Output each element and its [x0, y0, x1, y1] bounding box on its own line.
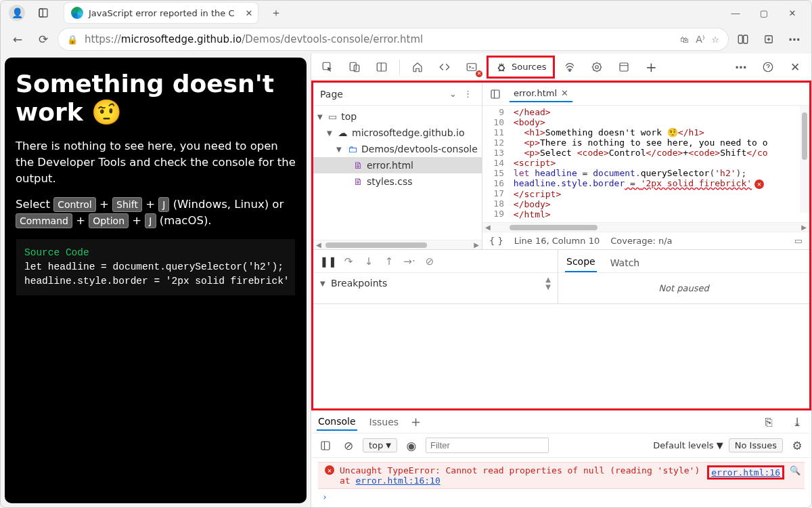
- console-filter-input[interactable]: [426, 438, 549, 453]
- code-content[interactable]: </head> <body> <h1>Something doesn't wor…: [508, 106, 809, 222]
- search-error-icon[interactable]: 🔍: [790, 465, 800, 475]
- favorite-icon[interactable]: ☆: [711, 35, 719, 45]
- editor-file-tab[interactable]: error.html✕: [510, 85, 572, 102]
- svg-rect-0: [39, 9, 47, 17]
- live-expression-icon[interactable]: ◉: [403, 436, 420, 456]
- stack-link[interactable]: error.html:16:10: [355, 475, 440, 486]
- address-bar[interactable]: 🔒 https://microsoftedge.github.io/Demos/…: [58, 28, 729, 51]
- expand-drawer-icon[interactable]: ⤓: [788, 412, 806, 432]
- sources-panel: Page ⌄ ⋮ ▼▭top ▼☁microsoftedge.github.io…: [311, 81, 811, 410]
- device-emulation-icon[interactable]: [342, 57, 367, 77]
- edge-logo-icon: [71, 7, 83, 19]
- tab-title: JavaScript error reported in the C: [89, 8, 235, 18]
- performance-tool-icon[interactable]: [585, 57, 609, 77]
- editor-nav-icon[interactable]: [487, 84, 504, 104]
- welcome-tool-icon[interactable]: [405, 57, 430, 77]
- application-tool-icon[interactable]: [612, 57, 636, 77]
- editor-hscrollbar[interactable]: ◀▶: [482, 222, 809, 232]
- console-output: ✕ Uncaught TypeError: Cannot read proper…: [311, 458, 811, 507]
- tree-host[interactable]: ▼☁microsoftedge.github.io: [313, 125, 482, 141]
- tree-folder[interactable]: ▼🗀Demos/devtools-console: [313, 141, 482, 157]
- editor-status-bar: { } Line 16, Column 10 Coverage: n/a ▭: [482, 232, 809, 249]
- chevron-down-icon[interactable]: ⌄: [449, 89, 457, 99]
- browser-tab[interactable]: JavaScript error reported in the C ✕: [64, 3, 258, 23]
- context-selector[interactable]: top▼: [363, 438, 397, 452]
- sources-tool-tab[interactable]: Sources: [487, 56, 555, 79]
- scope-tab[interactable]: Scope: [565, 252, 597, 272]
- pretty-print-icon[interactable]: { }: [489, 236, 503, 246]
- tree-top[interactable]: ▼▭top: [313, 108, 482, 125]
- clear-console-icon[interactable]: ⊘: [340, 436, 357, 456]
- line-gutter: 910111213141516171819: [482, 106, 508, 222]
- drawer-tabs: Console Issues + ⎘ ⤓: [311, 410, 811, 433]
- step-icon[interactable]: →·: [400, 253, 419, 270]
- shopping-icon[interactable]: 🛍: [680, 35, 689, 45]
- console-sidebar-icon[interactable]: [317, 436, 334, 456]
- debugger-pane: ❚❚ ↷ ↓ ↑ →· ⊘ ▼Breakpoints▲▼: [313, 250, 558, 303]
- dock-drawer-icon[interactable]: ⎘: [760, 412, 777, 432]
- inspect-element-icon[interactable]: [315, 57, 340, 77]
- console-tool-icon[interactable]: ✕: [459, 57, 484, 77]
- browser-menu-icon[interactable]: ⋯: [783, 28, 806, 51]
- window-maximize-button[interactable]: ▢: [750, 3, 777, 22]
- navigator-more-icon[interactable]: ⋮: [461, 89, 475, 99]
- collections-icon[interactable]: [757, 28, 780, 51]
- devtools-help-icon[interactable]: [756, 57, 780, 77]
- page-heading: Something doesn't work 🤨: [16, 70, 296, 127]
- console-drawer-tab[interactable]: Console: [317, 413, 357, 431]
- add-drawer-tool-icon[interactable]: +: [411, 415, 421, 429]
- window-minimize-button[interactable]: ―: [722, 3, 749, 22]
- back-button[interactable]: ←: [6, 28, 29, 51]
- svg-rect-1: [39, 9, 43, 17]
- tree-file-css[interactable]: 🗎styles.css: [313, 173, 482, 190]
- devtools-more-icon[interactable]: ⋯: [729, 57, 753, 77]
- devtools-close-icon[interactable]: ✕: [783, 57, 807, 77]
- show-coverage-icon[interactable]: ▭: [794, 236, 803, 246]
- no-issues-button[interactable]: No Issues: [729, 438, 783, 452]
- log-levels-selector[interactable]: Default levels ▼: [653, 440, 723, 450]
- add-tool-icon[interactable]: +: [639, 57, 663, 77]
- svg-rect-16: [491, 90, 499, 98]
- console-toolbar: ⊘ top▼ ◉ Default levels ▼ No Issues ⚙: [311, 433, 811, 458]
- step-into-icon[interactable]: ↓: [359, 253, 378, 270]
- deactivate-breakpoints-icon[interactable]: ⊘: [420, 253, 439, 270]
- svg-rect-6: [350, 62, 356, 70]
- network-tool-icon[interactable]: [558, 57, 582, 77]
- svg-rect-14: [620, 63, 628, 71]
- page-shortcut: Select Control + Shift + J (Windows, Lin…: [16, 196, 296, 229]
- svg-rect-17: [321, 442, 330, 450]
- read-aloud-icon[interactable]: A⁾: [696, 34, 704, 45]
- dock-side-icon[interactable]: [369, 57, 394, 77]
- page-nav-tab[interactable]: Page: [320, 89, 445, 100]
- bug-icon: [495, 61, 508, 73]
- step-over-icon[interactable]: ↷: [339, 253, 358, 270]
- svg-point-13: [595, 65, 599, 68]
- file-navigator: Page ⌄ ⋮ ▼▭top ▼☁microsoftedge.github.io…: [313, 83, 482, 249]
- navigator-scrollbar[interactable]: ◀▶: [313, 240, 482, 249]
- editor-vscrollbar[interactable]: [800, 106, 809, 213]
- new-tab-button[interactable]: ＋: [265, 6, 288, 20]
- console-prompt[interactable]: ›: [318, 489, 805, 505]
- close-tab-icon[interactable]: ✕: [246, 8, 253, 18]
- console-error-row[interactable]: ✕ Uncaught TypeError: Cannot read proper…: [318, 462, 805, 489]
- error-badge-icon[interactable]: ✕: [754, 179, 764, 189]
- error-source-link[interactable]: error.html:16: [711, 467, 780, 478]
- refresh-button[interactable]: ⟳: [32, 28, 55, 51]
- profile-avatar[interactable]: 👤: [9, 5, 25, 21]
- console-settings-icon[interactable]: ⚙: [788, 436, 806, 456]
- breakpoints-section[interactable]: ▼Breakpoints▲▼: [313, 273, 558, 293]
- pause-button[interactable]: ❚❚: [319, 253, 338, 270]
- browser-nav-bar: ← ⟳ 🔒 https://microsoftedge.github.io/De…: [1, 25, 811, 54]
- workspaces-icon[interactable]: [32, 7, 55, 19]
- tree-file-html[interactable]: 🗎error.html: [313, 157, 482, 173]
- site-lock-icon[interactable]: 🔒: [67, 35, 78, 45]
- webpage-content: Something doesn't work 🤨 There is nothin…: [5, 58, 307, 503]
- step-out-icon[interactable]: ↑: [380, 253, 399, 270]
- close-file-icon[interactable]: ✕: [561, 88, 568, 98]
- coverage-status: Coverage: n/a: [610, 236, 672, 246]
- issues-drawer-tab[interactable]: Issues: [368, 414, 401, 430]
- split-screen-icon[interactable]: [731, 28, 754, 51]
- watch-tab[interactable]: Watch: [609, 253, 641, 272]
- elements-tool-icon[interactable]: [432, 57, 457, 77]
- window-close-button[interactable]: ✕: [779, 3, 806, 22]
